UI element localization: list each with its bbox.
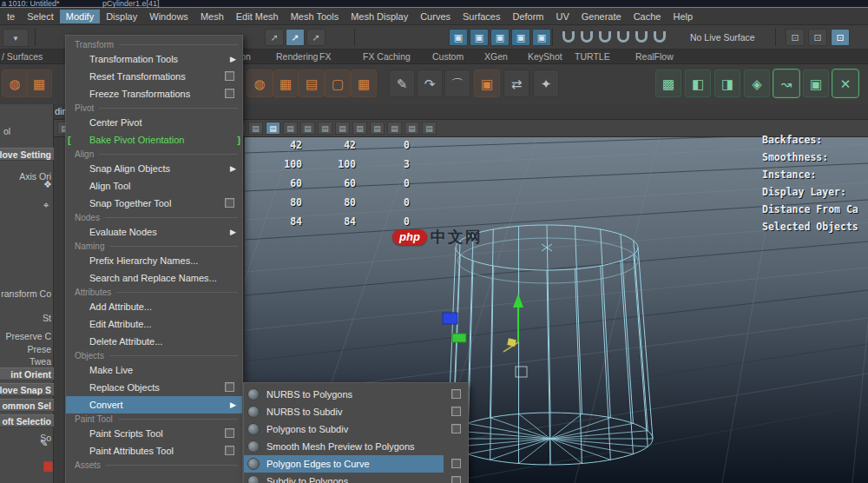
option-box[interactable]	[225, 382, 234, 392]
option-box[interactable]	[225, 89, 234, 98]
paint-tool-icon[interactable]: ▆	[43, 459, 52, 472]
option-box[interactable]	[225, 71, 234, 81]
poly-cube2-icon[interactable]: ▦	[273, 69, 299, 97]
viewport-bar-icon-21[interactable]: ▤	[422, 122, 437, 135]
select-object-icon[interactable]: ➚	[286, 29, 305, 46]
poly-cube-outline-icon[interactable]: ▢	[325, 69, 351, 97]
menu-item-center-pivot[interactable]: Center Pivot	[66, 114, 242, 131]
menu-item-bake-pivot-orientation[interactable]: Bake Pivot Orientation[]	[66, 131, 242, 149]
input-connections-icon[interactable]: ⊡	[786, 29, 805, 46]
poly-plane-icon[interactable]: ▦	[351, 69, 377, 97]
menu-item-prefix-hierarchy-names-[interactable]: Prefix Hierarchy Names...	[66, 252, 242, 269]
option-box[interactable]	[225, 446, 234, 455]
poly-grid-icon[interactable]: ▤	[299, 69, 325, 97]
mask-deformers-icon[interactable]: ▣	[532, 29, 551, 46]
menu-item-convert[interactable]: Convert▶	[66, 396, 242, 414]
viewport-bar-icon-19[interactable]: ▤	[387, 122, 402, 135]
viewport-bar-icon-12[interactable]: ▤	[266, 122, 280, 135]
sculpt-flat-icon[interactable]: ▩	[655, 69, 681, 97]
sculpt-x-bracket-icon[interactable]: ✕	[832, 69, 858, 97]
menu-deform[interactable]: Deform	[506, 10, 549, 23]
shelf-tab-5[interactable]: Custom	[432, 51, 464, 62]
convert-item-subdiv-to-polygons[interactable]: Subdiv to Polygons	[244, 473, 468, 483]
shelf-tab-0[interactable]: / Surfaces	[2, 51, 43, 62]
convert-item-nurbs-to-polygons[interactable]: NURBS to Polygons	[244, 386, 468, 403]
convert-item-nurbs-to-subdiv[interactable]: NURBS to Subdiv	[244, 403, 468, 420]
mask-surfaces-icon[interactable]: ▣	[511, 29, 530, 46]
menu-te[interactable]: te	[1, 10, 21, 23]
cube-tool-icon[interactable]: ▣	[474, 69, 500, 97]
menu-set-dropdown[interactable]: ▼	[3, 29, 29, 47]
mask-joints-icon[interactable]: ▣	[470, 29, 489, 46]
menu-mesh-display[interactable]: Mesh Display	[345, 10, 414, 23]
no-live-surface-field[interactable]: No Live Surface	[690, 32, 755, 43]
menu-item-make-live[interactable]: Make Live	[66, 361, 242, 379]
option-box[interactable]	[451, 389, 461, 399]
menu-item-paint-attributes-tool[interactable]: Paint Attributes Tool	[66, 442, 242, 460]
menu-help[interactable]: Help	[667, 10, 699, 23]
menu-modify[interactable]: Modify	[60, 10, 100, 23]
menu-select[interactable]: Select	[21, 10, 60, 23]
menu-item-paint-scripts-tool[interactable]: Paint Scripts Tool	[66, 425, 242, 442]
option-box[interactable]	[451, 407, 461, 416]
menu-surfaces[interactable]: Surfaces	[457, 10, 506, 23]
viewport-bar-icon-16[interactable]: ▤	[335, 122, 350, 135]
menu-edit-mesh[interactable]: Edit Mesh	[230, 10, 285, 23]
menu-item-search-and-replace-names-[interactable]: Search and Replace Names...	[66, 269, 242, 287]
menu-item-add-attribute-[interactable]: Add Attribute...	[66, 298, 242, 315]
shelf-tab-8[interactable]: TURTLE	[575, 51, 610, 62]
menu-mesh-tools[interactable]: Mesh Tools	[285, 10, 345, 23]
pencil-tool-icon[interactable]: ✎	[389, 69, 415, 97]
sculpt-relax-icon[interactable]: ◨	[714, 69, 740, 97]
viewport-bar-icon-17[interactable]: ▤	[352, 122, 367, 135]
menu-item-transformation-tools[interactable]: Transformation Tools▶	[66, 50, 242, 68]
menu-display[interactable]: Display	[100, 10, 143, 23]
shelf-tab-4[interactable]: FX Caching	[363, 51, 411, 62]
option-box[interactable]	[451, 459, 461, 468]
output-connections-icon[interactable]: ⊡	[808, 29, 827, 46]
shelf-tab-6[interactable]: XGen	[484, 51, 508, 62]
poly-cube-icon[interactable]: ▦	[26, 69, 52, 97]
menu-item-align-tool[interactable]: Align Tool	[66, 177, 242, 195]
shelf-tab-7[interactable]: KeyShot	[528, 51, 562, 62]
construction-history-icon[interactable]: ⊡	[831, 29, 850, 46]
option-box[interactable]	[225, 198, 234, 208]
sculpt-curve-bracket-icon[interactable]: ↝	[773, 69, 799, 97]
shelf-tab-2[interactable]: Rendering	[276, 51, 318, 62]
viewport-bar-icon-14[interactable]: ▤	[300, 122, 315, 135]
convert-item-polygons-to-subdiv[interactable]: Polygons to Subdiv	[244, 420, 468, 438]
option-box[interactable]	[451, 476, 461, 483]
snap-projected-center-icon[interactable]	[617, 31, 629, 43]
snap-view-plane-icon[interactable]	[635, 31, 648, 43]
menu-uv[interactable]: UV	[550, 10, 575, 23]
sculpt-cube-icon[interactable]: ◈	[744, 69, 770, 97]
make-live-icon[interactable]	[654, 31, 666, 43]
bend-deformer-icon[interactable]: ⌒	[444, 69, 470, 97]
mask-handles-icon[interactable]: ▣	[449, 29, 468, 46]
sculpt-stamp-icon[interactable]: ▣	[803, 69, 829, 97]
menu-mesh[interactable]: Mesh	[194, 10, 230, 23]
sculpt-smooth-icon[interactable]: ◧	[685, 69, 711, 97]
snap-grid-icon[interactable]	[562, 31, 575, 43]
menu-item-evaluate-nodes[interactable]: Evaluate Nodes▶	[66, 223, 242, 241]
joint-icon[interactable]: ✦	[533, 69, 559, 97]
convert-item-polygon-edges-to-curve[interactable]: Polygon Edges to Curve	[244, 455, 468, 473]
curve-tool-icon[interactable]: ↷	[417, 69, 443, 97]
shelf-tab-3[interactable]: FX	[319, 51, 331, 62]
viewport-bar-icon-15[interactable]: ▤	[318, 122, 332, 135]
snap-curve-icon[interactable]	[581, 31, 593, 43]
menu-curves[interactable]: Curves	[414, 10, 457, 23]
shelf-tab-9[interactable]: RealFlow	[635, 51, 674, 62]
convert-item-smooth-mesh-preview-to-polygons[interactable]: Smooth Mesh Preview to Polygons	[244, 438, 468, 455]
menu-item-snap-together-tool[interactable]: Snap Together Tool	[66, 195, 242, 212]
sidebar-tool-icon[interactable]: ⌖	[43, 200, 49, 211]
menu-item-reset-transformations[interactable]: Reset Transformations	[66, 68, 242, 85]
select-hierarchy-icon[interactable]: ➚	[265, 29, 284, 46]
option-box[interactable]	[225, 428, 234, 438]
menu-cache[interactable]: Cache	[628, 10, 667, 23]
viewport-bar-icon-20[interactable]: ▤	[404, 122, 419, 135]
menu-item-freeze-transformations[interactable]: Freeze Transformations	[66, 85, 242, 103]
viewport-bar-icon-13[interactable]: ▤	[283, 122, 298, 135]
viewport-bar-icon-18[interactable]: ▤	[370, 122, 385, 135]
snap-point-icon[interactable]	[599, 31, 611, 43]
